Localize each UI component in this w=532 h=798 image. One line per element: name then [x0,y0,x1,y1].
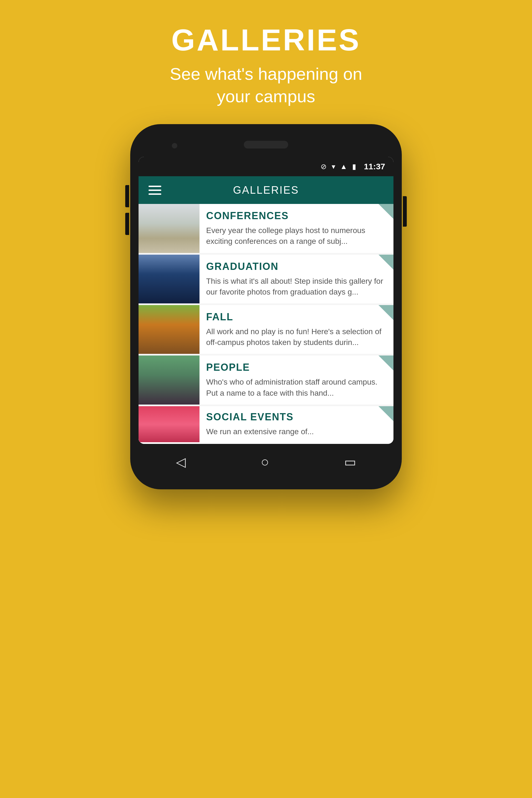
item-image-social [138,406,200,442]
item-desc-fall: All work and no play is no fun! Here's a… [206,326,388,348]
thumb-scene-people [138,356,200,404]
gallery-item-fall[interactable]: FALL All work and no play is no fun! Her… [138,305,394,354]
gallery-item-social-events[interactable]: SOCIAL EVENTS We run an extensive range … [138,406,394,442]
volume-button-2 [125,213,129,235]
corner-bookmark-social [379,406,394,421]
volume-button-1 [125,185,129,207]
phone-camera [172,143,177,149]
item-title-fall: FALL [206,311,388,323]
phone-bottom-nav [138,444,394,473]
app-bar-title: GALLERIES [172,184,360,196]
item-image-conferences [138,204,200,253]
item-content-fall: FALL All work and no play is no fun! Her… [200,305,394,354]
phone-top-bezel [138,135,394,157]
item-content-conferences: CONFERENCES Every year the college plays… [200,204,394,253]
app-bar: GALLERIES [138,176,394,204]
item-desc-graduation: This is what it's all about! Step inside… [206,276,388,297]
menu-button[interactable] [149,186,161,195]
menu-line-3 [149,193,161,195]
menu-line-1 [149,186,161,187]
gallery-list: CONFERENCES Every year the college plays… [138,204,394,442]
item-content-graduation: GRADUATION This is what it's all about! … [200,255,394,303]
nav-home-button[interactable] [261,454,269,470]
battery-icon: ▮ [352,163,356,171]
status-bar: ⊘ ▾ ▲ ▮ 11:37 [138,157,394,176]
item-title-people: PEOPLE [206,362,388,373]
item-desc-people: Who's who of administration staff around… [206,377,388,398]
phone-shell: ⊘ ▾ ▲ ▮ 11:37 GALLERIES [130,124,402,489]
status-time: 11:37 [364,162,385,171]
item-title-graduation: GRADUATION [206,261,388,272]
gallery-item-conferences[interactable]: CONFERENCES Every year the college plays… [138,204,394,253]
item-content-people: PEOPLE Who's who of administration staff… [200,356,394,404]
item-desc-conferences: Every year the college plays host to num… [206,225,388,247]
item-desc-social: We run an extensive range of... [206,426,388,437]
wifi-icon: ▾ [332,163,335,171]
page-title: GALLERIES [170,22,362,57]
page-header: GALLERIES See what's happening onyour ca… [170,0,362,108]
item-title-conferences: CONFERENCES [206,210,388,222]
power-button [403,196,407,227]
phone-screen: ⊘ ▾ ▲ ▮ 11:37 GALLERIES [138,157,394,444]
thumb-scene-fall [138,305,200,354]
item-image-fall [138,305,200,354]
phone-speaker [244,141,288,149]
signal-icon: ▲ [340,163,347,171]
item-title-social: SOCIAL EVENTS [206,411,388,423]
corner-bookmark-people [379,356,394,370]
gallery-item-people[interactable]: PEOPLE Who's who of administration staff… [138,356,394,404]
corner-bookmark-graduation [379,255,394,270]
page-subtitle: See what's happening onyour campus [170,63,362,108]
corner-bookmark-fall [379,305,394,320]
thumb-scene-social [138,406,200,442]
thumb-scene-conferences [138,204,200,253]
no-sim-icon: ⊘ [321,163,327,171]
thumb-scene-graduation [138,255,200,303]
item-image-people [138,356,200,404]
gallery-item-graduation[interactable]: GRADUATION This is what it's all about! … [138,255,394,303]
corner-bookmark-conferences [379,204,394,219]
menu-line-2 [149,190,161,191]
nav-back-button[interactable] [176,454,186,469]
item-content-social: SOCIAL EVENTS We run an extensive range … [200,406,394,442]
nav-recents-button[interactable] [344,454,356,469]
item-image-graduation [138,255,200,303]
